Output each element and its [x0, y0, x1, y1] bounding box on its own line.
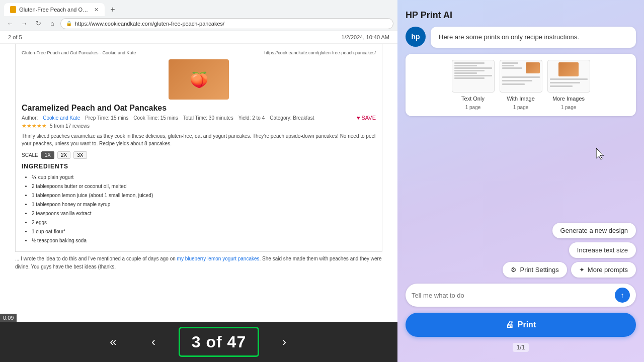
preview-line [502, 65, 514, 66]
send-button[interactable]: ↑ [615, 288, 630, 303]
prompts-icon: ✦ [579, 266, 585, 274]
with-image-sublabel: 1 page [513, 105, 529, 110]
forward-button[interactable]: → [18, 18, 30, 30]
ingredient-item: ½ teaspoon baking soda [32, 236, 376, 245]
preview-image-block [526, 62, 540, 73]
page-of-text: 2 of 5 [8, 34, 22, 40]
print-source-label: Gluten-Free Peach and Oat Pancakes - Coo… [22, 50, 136, 55]
scale-3x-button[interactable]: 3X [73, 151, 87, 159]
hp-avatar: hp [406, 27, 426, 47]
page-counter-box: 3 of 47 [179, 327, 259, 357]
webpage-content: 2 of 5 1/2/2024, 10:40 AM Gluten-Free Pe… [0, 31, 397, 362]
chat-message: Here are some prints on only recipe inst… [439, 33, 579, 41]
preview-line [454, 65, 477, 66]
chat-bubble-container: hp Here are some prints on only recipe i… [406, 27, 636, 48]
preview-line [502, 62, 518, 64]
page-indicator: 2 of 5 1/2/2024, 10:40 AM [0, 31, 397, 44]
with-image-option[interactable]: With Image 1 page [500, 60, 542, 110]
blueberry-link[interactable]: my blueberry lemon yogurt pancakes [177, 256, 260, 261]
author-link[interactable]: Cookie and Kate [43, 115, 80, 121]
ingredient-item: 2 tablespoons butter or coconut oil, mel… [32, 182, 376, 191]
more-images-label: More Images [552, 96, 585, 102]
preview-image-large [558, 62, 579, 76]
skip-back-button[interactable]: « [93, 322, 133, 362]
scale-2x-button[interactable]: 2X [57, 151, 70, 159]
more-prompts-button[interactable]: ✦ More prompts [571, 262, 636, 278]
text-only-preview [452, 60, 495, 93]
print-button[interactable]: 🖨 Print [406, 313, 636, 337]
author-label: Author: [22, 115, 38, 121]
increase-text-label: Increase text size [577, 246, 628, 254]
more-images-preview [547, 60, 590, 93]
prep-time: Prep Time: 15 mins [85, 115, 128, 121]
active-tab[interactable]: Gluten-Free Peach and Oat Pa... ✕ [4, 3, 105, 16]
ingredient-item: 1 cup oat flour* [32, 227, 376, 236]
preview-line [550, 85, 573, 87]
back-button[interactable]: ← [4, 18, 16, 30]
chat-input[interactable] [412, 292, 611, 299]
preview-line [454, 77, 485, 79]
tab-bar: Gluten-Free Peach and Oat Pa... ✕ + [0, 0, 397, 16]
text-only-sublabel: 1 page [465, 105, 481, 110]
forward-nav-button[interactable]: › [264, 322, 304, 362]
ingredient-item: 2 teaspoons vanilla extract [32, 209, 376, 218]
home-button[interactable]: ⌂ [46, 18, 58, 30]
page-counter-text: 3 of 47 [192, 333, 246, 351]
lock-icon: 🔒 [66, 21, 72, 26]
save-button[interactable]: ♥ SAVE [357, 115, 376, 121]
print-label: Print [518, 320, 536, 329]
back-nav-button[interactable]: ‹ [133, 322, 174, 362]
back-nav-icon: ‹ [151, 335, 155, 349]
print-icon: 🖨 [506, 320, 514, 329]
preview-line [502, 67, 522, 69]
generate-design-button[interactable]: Generate a new design [552, 223, 636, 238]
recipe-description: Thinly sliced peaches caramelize as they… [22, 132, 376, 147]
action-buttons: Generate a new design Increase text size… [406, 223, 636, 278]
forward-nav-icon: › [282, 335, 286, 349]
text-only-option[interactable]: Text Only 1 page [452, 60, 495, 110]
increase-text-button[interactable]: Increase text size [569, 242, 636, 258]
total-time: Total Time: 30 minutes [183, 115, 233, 121]
scale-1x-button[interactable]: 1X [41, 151, 54, 159]
recipe-meta: Author: Cookie and Kate Prep Time: 15 mi… [22, 115, 376, 121]
yield-text: Yield: 2 to 4 [238, 115, 265, 121]
preview-line [454, 62, 485, 64]
more-prompts-label: More prompts [588, 266, 628, 274]
printable-section: Gluten-Free Peach and Oat Pancakes - Coo… [15, 44, 382, 252]
star-rating: ★★★★★ [22, 123, 47, 129]
chat-bubble: Here are some prints on only recipe inst… [431, 27, 636, 48]
send-icon: ↑ [621, 291, 624, 299]
preview-line [550, 78, 588, 80]
skip-back-icon: « [110, 335, 116, 349]
recipe-image [169, 59, 229, 100]
ingredients-header: INGREDIENTS [22, 163, 376, 170]
cook-time: Cook Time: 15 mins [133, 115, 178, 121]
address-bar[interactable]: 🔒 https://www.cookieandkate.com/gluten-f… [60, 18, 393, 29]
ingredient-item: 1 tablespoon lemon juice (about 1 small … [32, 191, 376, 200]
scale-label: SCALE [22, 152, 38, 158]
bottom-navigation: « ‹ 3 of 47 › [0, 322, 397, 362]
print-settings-label: Print Settings [520, 266, 558, 274]
video-time: 0:09 [0, 314, 17, 322]
text-only-label: Text Only [461, 96, 485, 102]
print-settings-button[interactable]: ⚙ Print Settings [503, 262, 567, 278]
browser-chrome: Gluten-Free Peach and Oat Pa... ✕ + ← → … [0, 0, 397, 31]
url-text: https://www.cookieandkate.com/gluten-fre… [75, 21, 224, 27]
more-images-option[interactable]: More Images 1 page [547, 60, 590, 110]
preview-line [502, 83, 525, 85]
scale-section: SCALE 1X 2X 3X [22, 151, 376, 159]
panel-title: HP Print AI [406, 10, 636, 21]
browser-window: Gluten-Free Peach and Oat Pa... ✕ + ← → … [0, 0, 397, 362]
new-tab-button[interactable]: + [107, 4, 119, 16]
page-datetime: 1/2/2024, 10:40 AM [342, 34, 389, 40]
more-images-sublabel: 1 page [561, 105, 577, 110]
category-text: Category: Breakfast [270, 115, 314, 121]
refresh-button[interactable]: ↻ [32, 18, 44, 30]
preview-line [454, 72, 477, 74]
tab-close-icon[interactable]: ✕ [94, 7, 99, 13]
with-image-label: With Image [507, 96, 535, 102]
tab-title: Gluten-Free Peach and Oat Pa... [19, 7, 89, 13]
ingredient-item: 2 eggs [32, 218, 376, 227]
preview-line [502, 76, 540, 78]
ingredient-item: ⅔ cup plain yogurt [32, 173, 376, 182]
